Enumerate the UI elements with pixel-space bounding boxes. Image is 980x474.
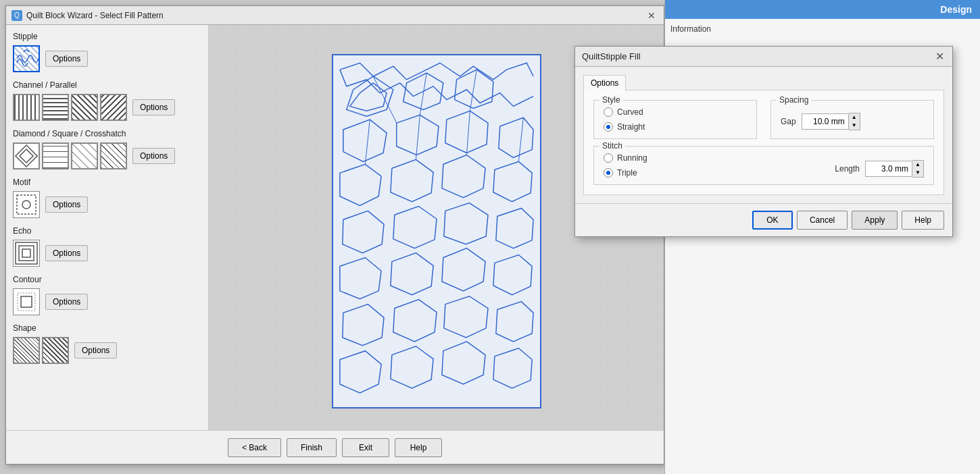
triple-radio[interactable] <box>604 168 613 178</box>
echo-icon[interactable] <box>13 240 40 267</box>
channel-label: Channel / Parallel <box>13 80 201 90</box>
channel-icon-4[interactable] <box>100 94 127 121</box>
channel-icon-2[interactable] <box>42 94 69 121</box>
channel-icons <box>13 94 127 121</box>
curved-radio[interactable] <box>604 107 613 117</box>
motif-icon[interactable] <box>13 191 40 218</box>
diamond-section: Diamond / Square / Crosshatch <box>13 129 201 169</box>
channel-section: Channel / Parallel Options <box>13 80 201 121</box>
straight-label: Straight <box>617 122 645 132</box>
shape-label: Shape <box>13 323 201 333</box>
echo-label: Echo <box>13 226 201 236</box>
svg-point-8 <box>22 201 30 209</box>
echo-section: Echo Options <box>13 226 201 267</box>
stipple-label: Stipple <box>13 32 201 41</box>
stitch-group: Stitch Running Triple Length <box>593 146 934 185</box>
channel-options-button[interactable]: Options <box>132 99 175 115</box>
wizard-close-button[interactable]: ✕ <box>645 9 658 22</box>
shape-icon-1[interactable] <box>13 337 40 364</box>
gap-spinner-buttons: ▲ ▼ <box>849 113 860 130</box>
svg-rect-12 <box>21 296 32 307</box>
dialog-footer: OK Cancel Apply Help <box>575 203 952 236</box>
spacing-group: Spacing Gap ▲ ▼ <box>770 100 934 139</box>
stipple-content: Options <box>13 45 201 72</box>
curved-option[interactable]: Curved <box>604 107 747 117</box>
stipple-icon[interactable] <box>13 45 40 72</box>
right-panel-content: Information <box>665 19 980 39</box>
svg-rect-13 <box>18 293 35 311</box>
quiltstipple-dialog: QuiltStipple Fill ✕ Options Style Curved… <box>574 46 953 237</box>
gap-row: Gap ▲ ▼ <box>781 113 924 130</box>
contour-icon[interactable] <box>13 288 40 315</box>
echo-options-button[interactable]: Options <box>45 245 88 261</box>
options-tab[interactable]: Options <box>583 75 626 90</box>
shape-content: Options <box>13 337 201 364</box>
length-up-button[interactable]: ▲ <box>912 161 923 169</box>
stitch-radios: Running Triple <box>604 153 647 178</box>
gap-up-button[interactable]: ▲ <box>849 113 860 122</box>
options-row-1: Style Curved Straight Spacing Gap <box>593 100 934 139</box>
motif-content: Options <box>13 191 201 218</box>
diamond-icon-3[interactable] <box>71 142 98 169</box>
length-spinner[interactable]: ▲ ▼ <box>865 160 924 178</box>
titlebar-left: Q Quilt Block Wizard - Select Fill Patte… <box>11 10 164 21</box>
ok-button[interactable]: OK <box>752 211 793 230</box>
channel-icon-3[interactable] <box>71 94 98 121</box>
channel-content: Options <box>13 94 201 121</box>
diamond-options-button[interactable]: Options <box>132 148 175 164</box>
diamond-icon-4[interactable] <box>100 142 127 169</box>
dialog-titlebar: QuiltStipple Fill ✕ <box>575 47 952 67</box>
svg-rect-14 <box>333 56 540 406</box>
straight-radio[interactable] <box>604 122 613 132</box>
apply-button[interactable]: Apply <box>852 211 898 230</box>
cancel-button[interactable]: Cancel <box>797 211 848 230</box>
motif-options-button[interactable]: Options <box>45 196 88 213</box>
contour-label: Contour <box>13 275 201 284</box>
shape-section: Shape Options <box>13 323 201 364</box>
shape-icons <box>13 337 69 364</box>
shape-icon-2[interactable] <box>42 337 69 364</box>
back-button[interactable]: < Back <box>228 438 281 457</box>
length-down-button[interactable]: ▼ <box>912 169 923 177</box>
motif-label: Motif <box>13 178 201 187</box>
contour-section: Contour Options <box>13 275 201 315</box>
dialog-close-button[interactable]: ✕ <box>934 51 946 62</box>
triple-option[interactable]: Triple <box>604 168 647 178</box>
left-panel: Stipple Options Channel / Parallel <box>6 25 209 464</box>
diamond-label: Diamond / Square / Crosshatch <box>13 129 201 138</box>
straight-option[interactable]: Straight <box>604 122 747 132</box>
stipple-section: Stipple Options <box>13 32 201 72</box>
spacing-group-label: Spacing <box>777 95 811 105</box>
running-label: Running <box>617 153 647 163</box>
wizard-titlebar: Q Quilt Block Wizard - Select Fill Patte… <box>6 6 664 25</box>
shape-options-button[interactable]: Options <box>74 342 117 359</box>
exit-button[interactable]: Exit <box>342 438 389 457</box>
information-label: Information <box>670 24 711 34</box>
svg-rect-9 <box>22 249 30 257</box>
triple-label: Triple <box>617 168 637 178</box>
dialog-title: QuiltStipple Fill <box>582 51 641 61</box>
gap-input[interactable] <box>802 113 849 130</box>
diamond-content: Options <box>13 142 201 169</box>
diamond-icon-2[interactable] <box>42 142 69 169</box>
running-radio[interactable] <box>604 153 613 163</box>
svg-marker-1 <box>20 149 33 163</box>
finish-button[interactable]: Finish <box>287 438 337 457</box>
running-option[interactable]: Running <box>604 153 647 163</box>
stipple-options-button[interactable]: Options <box>45 51 88 67</box>
stitch-group-content: Running Triple Length ▲ <box>604 153 924 178</box>
gap-down-button[interactable]: ▼ <box>849 122 860 130</box>
diamond-icon-1[interactable] <box>13 142 40 169</box>
svg-line-4 <box>89 144 97 152</box>
dialog-help-button[interactable]: Help <box>902 211 944 230</box>
motif-section: Motif Options <box>13 178 201 218</box>
stitch-group-label: Stitch <box>599 141 625 151</box>
gap-spinner[interactable]: ▲ ▼ <box>802 113 860 130</box>
contour-options-button[interactable]: Options <box>45 294 88 310</box>
length-input[interactable] <box>865 161 912 177</box>
channel-icon-1[interactable] <box>13 94 40 121</box>
style-group: Style Curved Straight <box>593 100 757 139</box>
svg-rect-10 <box>19 246 34 261</box>
wizard-icon: Q <box>11 10 22 21</box>
help-button[interactable]: Help <box>395 438 442 457</box>
